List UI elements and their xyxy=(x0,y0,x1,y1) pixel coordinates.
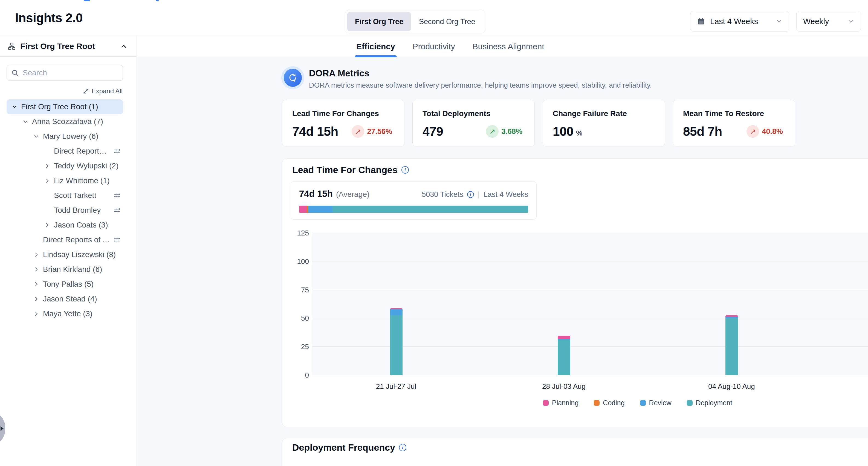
legend-item-coding: Coding xyxy=(594,399,624,407)
legend-item-review: Review xyxy=(640,399,672,407)
trend-up-arrow-icon: ↗ xyxy=(746,125,759,138)
tree-item[interactable]: Direct Reports ... xyxy=(6,144,123,158)
sliders-icon[interactable] xyxy=(114,236,121,243)
info-icon[interactable]: i xyxy=(399,444,406,451)
chevron-right-icon[interactable] xyxy=(33,252,40,258)
chart-bar[interactable] xyxy=(558,336,570,375)
tree-item[interactable]: Tony Pallas (5) xyxy=(6,277,123,292)
date-range-select[interactable]: Last 4 Weeks xyxy=(690,11,789,32)
top-edge-artifact xyxy=(156,0,159,1)
bar-segment-deployment xyxy=(390,315,403,375)
chart-bar[interactable] xyxy=(390,308,403,375)
tree-item-label: Liz Whittome (1) xyxy=(54,176,110,185)
dora-metrics-icon xyxy=(284,69,302,87)
org-tree-toggle: First Org TreeSecond Org Tree xyxy=(345,10,485,33)
avg-segment-review xyxy=(308,206,333,213)
chart-bar[interactable] xyxy=(725,315,738,375)
tree-item[interactable]: Jason Coats (3) xyxy=(6,218,123,232)
tree-item[interactable]: Brian Kirkland (6) xyxy=(6,262,123,277)
granularity-select[interactable]: Weekly xyxy=(796,11,861,32)
sliders-icon[interactable] xyxy=(114,148,121,155)
chevron-right-icon[interactable] xyxy=(33,296,40,302)
y-axis-tick-label: 125 xyxy=(290,229,309,237)
tree-item[interactable]: Lindsay Liszewski (8) xyxy=(6,247,123,262)
org-toggle-second-org-tree[interactable]: Second Org Tree xyxy=(411,12,483,31)
collapse-sidebar-icon[interactable] xyxy=(120,43,127,50)
chevron-right-icon[interactable] xyxy=(33,281,40,287)
search-input[interactable] xyxy=(23,68,118,77)
metric-card-title: Lead Time For Changes xyxy=(292,109,394,118)
avg-segment-planning xyxy=(299,206,307,213)
chart-gridline xyxy=(312,233,868,233)
tree-item[interactable]: Liz Whittome (1) xyxy=(6,173,123,188)
tree-item-label: Anna Scozzafava (7) xyxy=(32,117,103,126)
chevron-down-icon[interactable] xyxy=(22,119,29,124)
metric-card-lead-time-for-changes: Lead Time For Changes74d 15h↗27.56% xyxy=(282,100,404,147)
org-toggle-first-org-tree[interactable]: First Org Tree xyxy=(347,12,411,31)
lead-time-card: Lead Time For Changes i View Breakdown 7… xyxy=(282,158,868,427)
legend-swatch xyxy=(687,400,692,406)
y-axis-tick-label: 50 xyxy=(290,314,309,323)
legend-swatch xyxy=(543,400,549,406)
tree-item[interactable]: Maya Yette (3) xyxy=(6,307,123,321)
tab-productivity[interactable]: Productivity xyxy=(411,36,457,57)
tree-item[interactable]: Todd Bromley xyxy=(6,203,123,218)
metric-card-value: 85d 7h xyxy=(683,124,722,139)
chevron-down-icon[interactable] xyxy=(11,104,18,110)
chart-gridline xyxy=(312,290,868,290)
tree-item[interactable]: Direct Reports of A... xyxy=(6,232,123,247)
expand-all-icon xyxy=(83,88,89,94)
metric-card-value: 100 xyxy=(553,124,573,139)
tree-item-label: Maya Yette (3) xyxy=(43,310,92,318)
average-period: Last 4 Weeks xyxy=(484,190,528,199)
chevron-down-icon[interactable] xyxy=(33,133,40,139)
metric-card-value: 74d 15h xyxy=(292,124,338,139)
bar-segment-deployment xyxy=(725,318,738,375)
avg-segment-deployment xyxy=(333,206,528,213)
granularity-value: Weekly xyxy=(803,17,829,26)
legend-item-deployment: Deployment xyxy=(687,399,732,407)
tree-item[interactable]: Anna Scozzafava (7) xyxy=(6,114,123,129)
sliders-icon[interactable] xyxy=(114,192,121,199)
tree-item[interactable]: Mary Lowery (6) xyxy=(6,129,123,144)
deployment-frequency-title: Deployment Frequency xyxy=(292,442,395,453)
tab-business-alignment[interactable]: Business Alignment xyxy=(471,36,546,57)
deployment-frequency-card: Deployment Frequency i View Breakdown xyxy=(282,438,868,466)
y-axis-tick-label: 25 xyxy=(290,343,309,351)
chevron-right-icon[interactable] xyxy=(33,266,40,272)
metric-trend-red: ↗27.56% xyxy=(352,125,392,138)
tickets-count: 5030 Tickets xyxy=(422,190,463,199)
average-value: 74d 15h xyxy=(299,188,333,199)
y-axis-tick-label: 0 xyxy=(290,371,309,379)
average-stacked-bar xyxy=(299,206,528,213)
trend-percentage: 3.68% xyxy=(501,127,522,136)
metric-card-title: Change Failure Rate xyxy=(553,109,655,118)
chevron-right-icon[interactable] xyxy=(44,222,51,228)
x-axis-label: 04 Aug-10 Aug xyxy=(648,382,815,391)
metric-card-value: 479 xyxy=(423,124,443,139)
org-tree: First Org Tree Root (1)Anna Scozzafava (… xyxy=(6,99,123,321)
x-axis-label: 11 Aug-17 Aug xyxy=(815,382,868,391)
chevron-right-icon[interactable] xyxy=(44,163,51,169)
trend-up-arrow-icon: ↗ xyxy=(486,125,499,138)
tree-item[interactable]: Scott Tarkett xyxy=(6,188,123,203)
average-summary-card: 74d 15h (Average) 5030 Tickets i | Last … xyxy=(290,181,537,220)
tree-item[interactable]: Jason Stead (4) xyxy=(6,292,123,307)
sliders-icon[interactable] xyxy=(114,207,121,214)
chart-legend: PlanningCodingReviewDeployment xyxy=(282,399,868,407)
average-label: (Average) xyxy=(336,190,369,199)
chevron-right-icon[interactable] xyxy=(44,178,51,184)
sidebar: First Org Tree Root Expand All First Org… xyxy=(0,36,137,466)
info-icon[interactable]: i xyxy=(401,166,409,174)
legend-item-planning: Planning xyxy=(543,399,579,407)
tree-item[interactable]: Teddy Wylupski (2) xyxy=(6,158,123,173)
tab-efficiency[interactable]: Efficiency xyxy=(354,36,397,57)
expand-all-button[interactable]: Expand All xyxy=(83,87,123,95)
sidebar-search xyxy=(6,65,123,81)
chevron-right-icon[interactable] xyxy=(33,311,40,317)
tree-item-label: Teddy Wylupski (2) xyxy=(54,162,119,170)
tree-item[interactable]: First Org Tree Root (1) xyxy=(6,99,123,114)
bar-segment-review xyxy=(390,309,403,315)
info-icon[interactable]: i xyxy=(467,191,474,198)
metric-card-value-row: 100% xyxy=(553,124,655,139)
